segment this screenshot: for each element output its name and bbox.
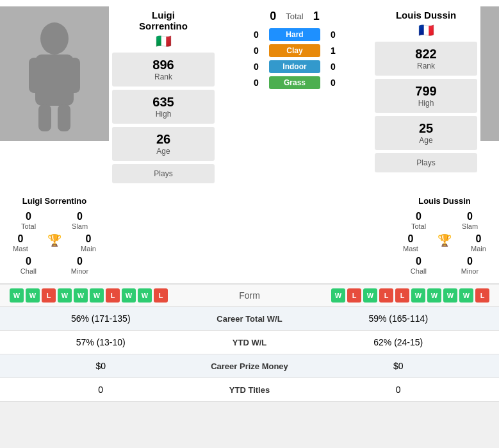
right-stats-row-3: 0 Chall 0 Minor	[393, 256, 496, 275]
left-main-val: 0	[86, 233, 92, 245]
form-label: Form	[205, 290, 295, 301]
left-slam-val: 0	[77, 211, 83, 222]
form-badge-w: W	[122, 288, 136, 303]
right-minor-col: 0 Minor	[461, 256, 479, 275]
form-badge-w: W	[411, 288, 425, 303]
form-badge-l: L	[154, 288, 168, 303]
svg-point-0	[40, 22, 69, 54]
form-badge-w: W	[74, 288, 88, 303]
svg-rect-4	[38, 104, 51, 131]
right-high-value: 799	[415, 84, 436, 99]
right-mast-lbl: Mast	[403, 245, 418, 253]
left-rank-label: Rank	[154, 72, 172, 81]
surface-row-hard: 0 Hard 0	[250, 28, 339, 41]
form-badge-w: W	[427, 288, 441, 303]
left-stats-row-2: 0 Mast 🏆 0 Main	[3, 233, 106, 253]
right-trophy-icon: 🏆	[438, 233, 452, 247]
left-player-info: Luigi Sorrentino 🇮🇹 896 Rank 635 High 26…	[109, 6, 218, 190]
right-slam-col: 0 Slam	[462, 211, 478, 230]
left-age-box: 26 Age	[112, 127, 215, 161]
surface-right-score: 1	[327, 46, 339, 56]
surface-row-clay: 0 Clay 1	[250, 44, 339, 57]
svg-rect-2	[29, 58, 40, 93]
form-badge-l: L	[395, 288, 409, 303]
surface-row-grass: 0 Grass 0	[250, 76, 339, 89]
left-main-col: 0 Main	[81, 233, 96, 253]
left-player-name-header: Luigi Sorrentino	[139, 10, 188, 31]
right-age-value: 25	[419, 121, 433, 136]
form-badge-l: L	[42, 288, 56, 303]
right-total-lbl: Total	[411, 222, 426, 230]
form-badge-l: L	[379, 288, 393, 303]
left-plays-box: Plays	[112, 164, 215, 183]
left-rank-value: 896	[152, 58, 174, 72]
left-minor-val: 0	[77, 256, 83, 267]
career-wl-right: 59% (165-114)	[307, 313, 490, 324]
surface-row-indoor: 0 Indoor 0	[250, 60, 339, 73]
form-badge-w: W	[363, 288, 377, 303]
left-chall-lbl: Chall	[20, 267, 37, 275]
ytd-titles-row: 0 YTD Titles 0	[0, 378, 499, 402]
surface-left-score: 0	[250, 46, 263, 56]
ytd-titles-right: 0	[307, 385, 490, 395]
form-badge-w: W	[459, 288, 473, 303]
left-mast-col: 0 Mast	[13, 233, 28, 253]
right-stats-row-2: 0 Mast 🏆 0 Main	[393, 233, 496, 253]
player-names-row: Luigi Sorrentino 0 Total 0 Slam 0 Mast 🏆	[0, 196, 499, 283]
right-total-col: 0 Total	[411, 211, 426, 230]
left-age-label: Age	[156, 147, 170, 156]
right-main-col: 0 Main	[471, 233, 486, 253]
left-stats-row-1: 0 Total 0 Slam	[3, 211, 106, 230]
surface-rows: 0 Hard 0 0 Clay 1 0 Indoor 0 0 Grass 0	[250, 28, 339, 92]
surface-badge-indoor: Indoor	[269, 60, 320, 73]
form-badge-w: W	[138, 288, 152, 303]
form-badge-w: W	[26, 288, 40, 303]
left-chall-val: 0	[26, 256, 31, 267]
left-total-val: 0	[26, 211, 31, 222]
ytd-wl-row: 57% (13-10) YTD W/L 62% (24-15)	[0, 331, 499, 354]
right-player-name-below: Louis Dussin	[418, 196, 471, 206]
left-player-photo	[0, 6, 109, 141]
right-age-box: 25 Age	[375, 116, 477, 150]
surface-right-score: 0	[327, 29, 339, 40]
left-rank-box: 896 Rank	[112, 53, 215, 87]
left-total-col: 0 Total	[21, 211, 36, 230]
left-slam-lbl: Slam	[72, 222, 88, 230]
right-plays-box: Plays	[375, 153, 477, 172]
right-player-bottom-stats: Louis Dussin 0 Total 0 Slam 0 Mast 🏆	[390, 196, 499, 278]
left-main-lbl: Main	[81, 245, 96, 253]
left-mast-val: 0	[18, 233, 24, 245]
left-plays-label: Plays	[154, 169, 172, 178]
surface-left-score: 0	[250, 78, 263, 88]
right-form-badges: WLWLLWWWWL	[295, 288, 490, 303]
left-player-bottom-stats: Luigi Sorrentino 0 Total 0 Slam 0 Mast 🏆	[0, 196, 109, 278]
head-to-head-row: 0 Total 1	[221, 10, 368, 23]
right-rank-label: Rank	[417, 62, 435, 71]
left-slam-col: 0 Slam	[72, 211, 88, 230]
svg-rect-1	[35, 54, 74, 106]
left-high-box: 635 High	[112, 90, 215, 124]
left-chall-col: 0 Chall	[20, 256, 37, 275]
prize-label: Career Prize Money	[192, 361, 307, 371]
right-player-name-header: Louis Dussin	[396, 10, 456, 21]
right-main-lbl: Main	[471, 245, 486, 253]
left-player-flag: 🇮🇹	[156, 33, 172, 49]
form-badge-l: L	[347, 288, 361, 303]
prize-row: $0 Career Prize Money $0	[0, 354, 499, 378]
hth-right-score: 1	[310, 10, 323, 23]
surface-badge-clay: Clay	[269, 44, 320, 57]
right-plays-label: Plays	[416, 158, 435, 167]
left-minor-col: 0 Minor	[71, 256, 89, 275]
right-chall-lbl: Chall	[411, 267, 427, 275]
surface-badge-hard: Hard	[269, 28, 320, 41]
left-stats-row-3: 0 Chall 0 Minor	[3, 256, 106, 275]
right-chall-col: 0 Chall	[411, 256, 427, 275]
ytd-wl-left: 57% (13-10)	[10, 337, 192, 347]
form-badge-w: W	[90, 288, 104, 303]
right-rank-box: 822 Rank	[375, 42, 477, 76]
left-high-value: 635	[152, 95, 174, 110]
left-high-label: High	[156, 110, 172, 119]
ytd-wl-label: YTD W/L	[192, 338, 307, 347]
right-chall-val: 0	[416, 256, 421, 267]
left-total-lbl: Total	[21, 222, 36, 230]
